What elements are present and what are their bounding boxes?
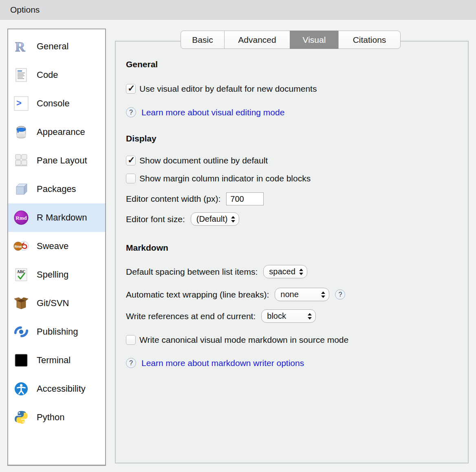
editor-content-width-row: Editor content width (px): bbox=[126, 192, 468, 205]
help-icon[interactable]: ? bbox=[335, 289, 345, 300]
package-cube-icon bbox=[13, 181, 29, 197]
sidebar-item-label: Python bbox=[37, 412, 65, 423]
options-category-sidebar: R General Code > Console bbox=[7, 29, 106, 466]
sidebar-item-label: R Markdown bbox=[37, 212, 87, 223]
paint-bucket-icon bbox=[13, 124, 29, 140]
svg-text:Rmd: Rmd bbox=[15, 215, 27, 221]
r-logo-icon: R bbox=[13, 39, 29, 54]
section-heading-display: Display bbox=[126, 134, 468, 143]
sidebar-item-label: Accessibility bbox=[37, 384, 86, 394]
text-wrapping-label: Automatic text wrapping (line breaks): bbox=[126, 290, 269, 300]
tab-basic[interactable]: Basic bbox=[181, 31, 225, 49]
write-references-value: block bbox=[267, 311, 286, 321]
sidebar-item-label: Pane Layout bbox=[37, 155, 87, 166]
tab-label: Visual bbox=[303, 35, 326, 45]
tab-advanced[interactable]: Advanced bbox=[224, 31, 290, 49]
editor-font-size-select[interactable]: (Default) bbox=[191, 212, 240, 226]
learn-markdown-writer-row: ? Learn more about markdown writer optio… bbox=[126, 358, 468, 368]
text-wrapping-select[interactable]: none bbox=[275, 288, 329, 301]
options-content-panel: General Use visual editor by default for… bbox=[115, 41, 469, 463]
help-icon[interactable]: ? bbox=[126, 358, 136, 368]
text-wrapping-value: none bbox=[280, 290, 299, 299]
help-icon[interactable]: ? bbox=[126, 107, 136, 117]
sidebar-item-console[interactable]: > Console bbox=[8, 89, 105, 118]
accessibility-icon bbox=[13, 381, 29, 397]
console-prompt-icon: > bbox=[13, 96, 29, 111]
editor-font-size-label: Editor font size: bbox=[126, 214, 185, 224]
stepper-arrows-icon bbox=[231, 216, 235, 223]
settings-tabbar: Basic Advanced Visual Citations bbox=[181, 31, 401, 49]
window-titlebar: Options bbox=[0, 0, 476, 20]
learn-markdown-writer-link[interactable]: Learn more about markdown writer options bbox=[141, 358, 304, 368]
sidebar-item-pane-layout[interactable]: Pane Layout bbox=[8, 146, 105, 175]
sidebar-item-general[interactable]: R General bbox=[8, 32, 105, 61]
sidebar-item-spelling[interactable]: ABC Spelling bbox=[8, 260, 105, 289]
git-svn-box-icon bbox=[13, 296, 29, 311]
show-margin-label: Show margin column indicator in code blo… bbox=[139, 174, 311, 183]
sidebar-item-sweave[interactable]: Rnw Sweave bbox=[8, 232, 105, 260]
rmarkdown-icon: Rmd bbox=[13, 210, 29, 225]
sidebar-item-label: Terminal bbox=[37, 355, 71, 366]
learn-visual-editing-link[interactable]: Learn more about visual editing mode bbox=[141, 108, 284, 117]
canonical-markdown-row: Write canonical visual mode markdown in … bbox=[126, 335, 468, 345]
show-outline-label: Show document outline by default bbox=[139, 156, 268, 165]
section-heading-markdown: Markdown bbox=[126, 243, 468, 253]
show-outline-row: Show document outline by default bbox=[126, 156, 468, 165]
sidebar-item-label: Appearance bbox=[37, 127, 85, 137]
editor-font-size-value: (Default) bbox=[196, 214, 228, 224]
code-document-icon bbox=[13, 67, 29, 83]
write-references-row: Write references at end of current: bloc… bbox=[126, 309, 468, 323]
sidebar-item-label: General bbox=[37, 41, 68, 52]
spellcheck-icon: ABC bbox=[13, 267, 29, 282]
list-spacing-row: Default spacing between list items: spac… bbox=[126, 265, 468, 278]
svg-text:>: > bbox=[16, 98, 22, 108]
sidebar-item-packages[interactable]: Packages bbox=[8, 175, 105, 203]
sidebar-item-appearance[interactable]: Appearance bbox=[8, 118, 105, 146]
sidebar-item-label: Code bbox=[37, 70, 58, 80]
list-spacing-select[interactable]: spaced bbox=[263, 265, 307, 278]
tab-label: Advanced bbox=[238, 35, 276, 45]
stepper-arrows-icon bbox=[321, 291, 325, 298]
editor-font-size-row: Editor font size: (Default) bbox=[126, 212, 468, 226]
editor-content-width-input[interactable] bbox=[226, 192, 264, 205]
sidebar-item-label: Packages bbox=[37, 184, 76, 194]
stepper-arrows-icon bbox=[308, 313, 312, 320]
show-margin-row: Show margin column indicator in code blo… bbox=[126, 174, 468, 183]
sidebar-item-label: Spelling bbox=[37, 269, 68, 280]
use-visual-editor-label: Use visual editor by default for new doc… bbox=[139, 84, 317, 94]
window-title: Options bbox=[10, 5, 40, 15]
stepper-arrows-icon bbox=[299, 269, 303, 275]
sidebar-item-label: Console bbox=[37, 98, 70, 109]
tab-visual[interactable]: Visual bbox=[290, 31, 339, 49]
sidebar-item-label: Publishing bbox=[37, 326, 78, 337]
canonical-markdown-label: Write canonical visual mode markdown in … bbox=[139, 335, 348, 345]
terminal-icon bbox=[13, 353, 29, 368]
editor-content-width-label: Editor content width (px): bbox=[126, 194, 220, 204]
sidebar-item-r-markdown[interactable]: Rmd R Markdown bbox=[8, 203, 105, 232]
show-outline-checkbox[interactable] bbox=[126, 156, 136, 165]
sweave-icon: Rnw bbox=[13, 238, 29, 254]
tab-citations[interactable]: Citations bbox=[338, 31, 401, 49]
section-heading-general: General bbox=[126, 60, 468, 69]
svg-text:Rnw: Rnw bbox=[14, 245, 22, 249]
sidebar-item-git-svn[interactable]: Git/SVN bbox=[8, 289, 105, 318]
tab-label: Citations bbox=[353, 35, 386, 45]
write-references-label: Write references at end of current: bbox=[126, 311, 256, 321]
sidebar-item-label: Git/SVN bbox=[37, 298, 69, 309]
sidebar-item-label: Sweave bbox=[37, 241, 68, 251]
sidebar-item-code[interactable]: Code bbox=[8, 61, 105, 89]
svg-text:R: R bbox=[15, 40, 25, 53]
sidebar-item-publishing[interactable]: Publishing bbox=[8, 318, 105, 346]
python-icon bbox=[13, 410, 29, 425]
sidebar-item-python[interactable]: Python bbox=[8, 403, 105, 432]
learn-visual-editing-row: ? Learn more about visual editing mode bbox=[126, 107, 468, 117]
list-spacing-label: Default spacing between list items: bbox=[126, 267, 258, 277]
list-spacing-value: spaced bbox=[269, 267, 295, 276]
canonical-markdown-checkbox[interactable] bbox=[126, 335, 136, 345]
sidebar-item-terminal[interactable]: Terminal bbox=[8, 346, 105, 375]
tab-label: Basic bbox=[192, 35, 213, 45]
sidebar-item-accessibility[interactable]: Accessibility bbox=[8, 375, 105, 403]
show-margin-checkbox[interactable] bbox=[126, 174, 136, 183]
use-visual-editor-checkbox[interactable] bbox=[126, 84, 136, 94]
write-references-select[interactable]: block bbox=[261, 309, 316, 323]
